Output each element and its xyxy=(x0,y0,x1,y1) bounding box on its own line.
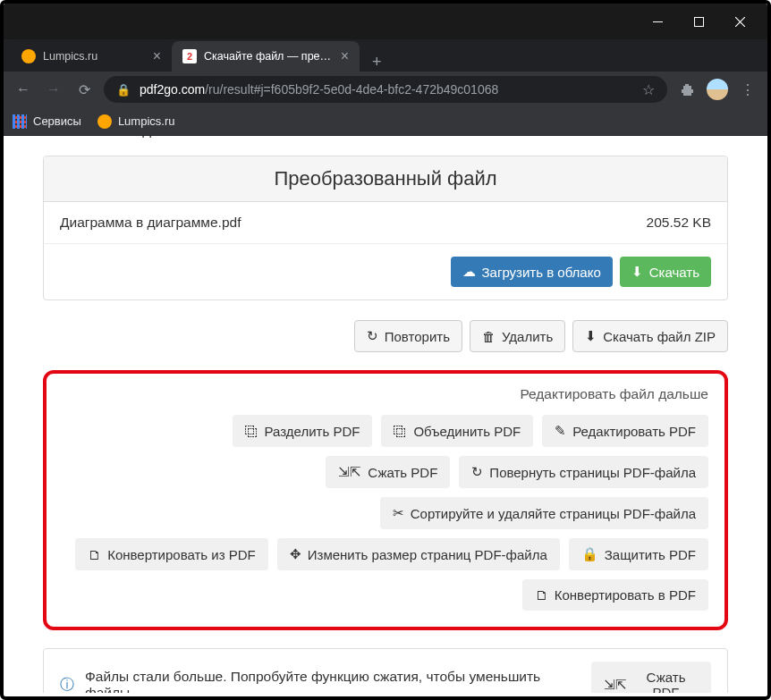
address-bar[interactable]: 🔒 pdf2go.com/ru/result#j=f605b9f2-5e0d-4… xyxy=(104,76,667,103)
window-maximize-button[interactable] xyxy=(678,7,719,36)
converted-file-panel: Преобразованный файл Диаграмма в диаграм… xyxy=(43,156,728,300)
split-pdf-button[interactable]: ⿻ Разделить PDF xyxy=(233,415,373,447)
extensions-button[interactable] xyxy=(676,79,698,100)
refresh-icon: ↻ xyxy=(367,328,378,344)
download-button[interactable]: ⬇Скачать xyxy=(620,257,711,287)
address-bar-row: ← → ⟳ 🔒 pdf2go.com/ru/result#j=f605b9f2-… xyxy=(4,72,767,107)
back-button[interactable]: ← xyxy=(13,79,34,100)
copy-icon: ⿻ xyxy=(245,424,258,439)
apps-grid-icon xyxy=(13,114,27,129)
secondary-actions-row: ↻Повторить 🗑Удалить ⬇Скачать файл ZIP xyxy=(43,320,728,352)
compress-alert: ⓘ Файлы стали больше. Попробуйте функцию… xyxy=(43,648,728,693)
protect-pdf-button[interactable]: 🔒 Защитить PDF xyxy=(569,538,708,570)
cloud-upload-icon: ☁ xyxy=(462,264,476,280)
forward-button: → xyxy=(43,79,64,100)
lock-icon: 🔒 xyxy=(116,83,131,97)
window-titlebar xyxy=(4,4,767,39)
bookmarks-bar: Сервисы Lumpics.ru xyxy=(4,107,767,136)
move-icon: ✥ xyxy=(290,546,301,562)
sort-pdf-button[interactable]: ✂ Сортируйте и удаляйте страницы PDF-фай… xyxy=(380,497,708,529)
url-text: pdf2go.com/ru/result#j=f605b9f2-5e0d-4de… xyxy=(140,82,633,97)
svg-rect-1 xyxy=(694,17,703,26)
rotate-pdf-button[interactable]: ↻ Повернуть страницы PDF-файла xyxy=(459,456,708,488)
alert-text: Файлы стали больше. Попробуйте функцию с… xyxy=(85,669,570,693)
bookmark-star-icon[interactable]: ☆ xyxy=(642,81,655,98)
compress-pdf-button[interactable]: ⇲⇱ Сжать PDF xyxy=(326,456,450,488)
svg-rect-0 xyxy=(653,21,663,22)
menu-button[interactable]: ⋮ xyxy=(737,79,758,100)
compress-pdf-alert-button[interactable]: ⇲⇱ Сжать PDF xyxy=(591,662,711,693)
tab-title: Скачайте файл — преобразова... xyxy=(204,50,334,63)
bookmark-label: Lumpics.ru xyxy=(118,114,175,128)
convert-to-pdf-button[interactable]: 🗋 Конвертировать в PDF xyxy=(522,579,708,611)
bookmark-label: Сервисы xyxy=(33,114,81,128)
file-row: Диаграмма в диаграмме.pdf 205.52 KB xyxy=(44,202,727,244)
file-name: Диаграмма в диаграмме.pdf xyxy=(60,215,241,231)
trash-icon: 🗑 xyxy=(482,329,496,344)
favicon-icon xyxy=(21,49,36,63)
rotate-icon: ↻ xyxy=(471,464,483,480)
tab-close-icon[interactable]: × xyxy=(153,48,161,64)
bookmark-services[interactable]: Сервисы xyxy=(13,114,81,129)
profile-avatar[interactable] xyxy=(707,79,728,100)
compress-icon: ⇲⇱ xyxy=(338,464,361,480)
download-icon: ⬇ xyxy=(585,328,597,344)
delete-button[interactable]: 🗑Удалить xyxy=(470,320,565,352)
copy-icon: ⿻ xyxy=(394,424,407,439)
file-icon: 🗋 xyxy=(88,547,101,562)
site-icon xyxy=(97,114,112,129)
file-size: 205.52 KB xyxy=(647,215,711,231)
edit-icon: ✎ xyxy=(555,423,566,439)
reload-button[interactable]: ⟳ xyxy=(73,79,95,100)
lock-icon: 🔒 xyxy=(581,546,598,562)
edit-pdf-button[interactable]: ✎ Редактировать PDF xyxy=(542,415,708,447)
file-icon: 🗋 xyxy=(535,587,548,603)
favicon-icon: 2 xyxy=(182,49,197,63)
merge-pdf-button[interactable]: ⿻ Объединить PDF xyxy=(381,415,533,447)
upload-cloud-button[interactable]: ☁Загрузить в облако xyxy=(451,257,613,287)
edit-further-box: Редактировать файл дальше ⿻ Разделить PD… xyxy=(43,370,728,630)
resize-pdf-button[interactable]: ✥ Изменить размер страниц PDF-файла xyxy=(277,538,560,570)
partial-text: кнопкой ниже для скачивания. xyxy=(7,136,764,156)
new-tab-button[interactable]: + xyxy=(360,53,394,72)
window-minimize-button[interactable] xyxy=(637,7,678,36)
window-close-button[interactable] xyxy=(719,7,760,36)
file-actions-row: ☁Загрузить в облако ⬇Скачать xyxy=(44,244,727,299)
cut-icon: ✂ xyxy=(393,505,404,521)
download-icon: ⬇ xyxy=(631,264,643,280)
repeat-button[interactable]: ↻Повторить xyxy=(354,320,462,352)
browser-tab-pdf2go[interactable]: 2 Скачайте файл — преобразова... × xyxy=(172,41,360,72)
info-icon: ⓘ xyxy=(60,676,74,694)
tab-close-icon[interactable]: × xyxy=(341,48,349,64)
edit-further-title: Редактировать файл дальше xyxy=(63,386,708,402)
compress-icon: ⇲⇱ xyxy=(604,677,627,693)
tab-strip: Lumpics.ru × 2 Скачайте файл — преобразо… xyxy=(4,39,767,72)
browser-tab-lumpics[interactable]: Lumpics.ru × xyxy=(11,41,172,72)
tab-title: Lumpics.ru xyxy=(43,50,146,63)
panel-header: Преобразованный файл xyxy=(44,156,727,202)
page-content[interactable]: кнопкой ниже для скачивания. Преобразова… xyxy=(7,136,764,693)
convert-from-pdf-button[interactable]: 🗋 Конвертировать из PDF xyxy=(75,538,268,570)
bookmark-lumpics[interactable]: Lumpics.ru xyxy=(97,114,175,129)
download-zip-button[interactable]: ⬇Скачать файл ZIP xyxy=(572,320,728,352)
